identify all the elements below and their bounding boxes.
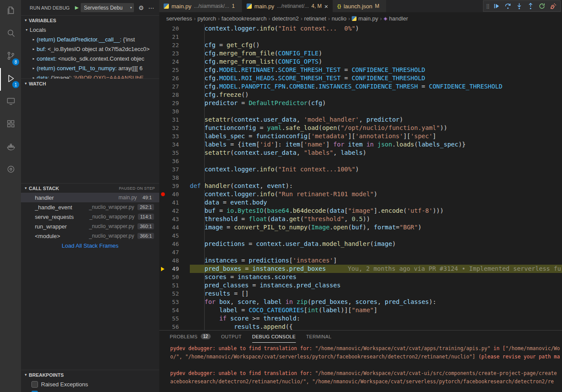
more-actions-icon[interactable]: ⋯: [148, 4, 154, 11]
code-line[interactable]: 30: [159, 107, 562, 116]
code-line[interactable]: 54 label = COCO_CATEGORIES[int(label)]["…: [159, 306, 562, 314]
editor-tab[interactable]: main.py.../retinanet/...4, M×: [242, 0, 333, 12]
gutter[interactable]: 55: [159, 314, 179, 323]
code-line[interactable]: 31 setattr(context.user_data, 'model_han…: [159, 116, 562, 124]
gutter[interactable]: 37: [159, 165, 179, 174]
breadcrumb-item[interactable]: serverless: [166, 15, 192, 22]
code-line[interactable]: 55 if score >= threshold:: [159, 314, 562, 323]
variable-row[interactable]: ▸(return) convert_PIL_to_numpy: array([[…: [21, 63, 159, 73]
gutter[interactable]: 56: [159, 323, 179, 330]
gutter[interactable]: 38: [159, 174, 179, 182]
checkbox[interactable]: [31, 381, 38, 388]
gutter[interactable]: 41: [159, 198, 179, 207]
code-line[interactable]: 27 cfg.MODEL.PANOPTIC_FPN.COMBINE.INSTAN…: [159, 82, 562, 91]
breakpoint-item[interactable]: ✓Uncaught Exceptions: [21, 389, 159, 392]
gutter[interactable]: 31: [159, 116, 179, 124]
variable-row[interactable]: ▸buf: <_io.BytesIO object at 0x7f5a2dc1e…: [21, 44, 159, 54]
code-line[interactable]: 22 cfg = get_cfg(): [159, 41, 562, 49]
code-line[interactable]: 47: [159, 248, 562, 256]
activity-explorer[interactable]: [0, 0, 21, 23]
step-over-button[interactable]: [502, 1, 514, 11]
code-line[interactable]: 34 labels = {item['id']: item['name'] fo…: [159, 140, 562, 149]
code-line[interactable]: 37 context.logger.info("Init context...1…: [159, 165, 562, 174]
breadcrumb-item[interactable]: retinanet: [304, 15, 326, 22]
code-line[interactable]: 33 labels_spec = functionconfig['metadat…: [159, 132, 562, 140]
gutter[interactable]: 29: [159, 99, 179, 107]
code-line[interactable]: 21: [159, 33, 562, 41]
gutter[interactable]: 39: [159, 182, 179, 190]
code-line[interactable]: 39def handler(context, event):: [159, 182, 562, 190]
variables-section-header[interactable]: ▾ VARIABLES: [21, 15, 159, 25]
continue-button[interactable]: [491, 1, 502, 11]
breakpoint-margin[interactable]: [159, 192, 166, 196]
breadcrumb-item[interactable]: main.py: [352, 15, 378, 22]
start-debugging-icon[interactable]: ▶: [75, 5, 79, 10]
panel-tab-output[interactable]: OUTPUT: [221, 331, 242, 343]
gutter[interactable]: 54: [159, 306, 179, 314]
gutter[interactable]: 27: [159, 82, 179, 91]
gutter[interactable]: 53: [159, 298, 179, 306]
breadcrumb-item[interactable]: nuclio: [332, 15, 346, 22]
gutter[interactable]: 22: [159, 41, 179, 49]
gutter[interactable]: 25: [159, 66, 179, 74]
activity-run-and-debug[interactable]: 1: [0, 68, 21, 91]
restart-button[interactable]: [536, 1, 548, 11]
gutter[interactable]: 45: [159, 232, 179, 240]
gutter[interactable]: 42: [159, 207, 179, 215]
gutter[interactable]: 34: [159, 140, 179, 149]
gutter[interactable]: 48: [159, 256, 179, 265]
code-line[interactable]: 44 image = convert_PIL_to_numpy(Image.op…: [159, 223, 562, 232]
variable-row[interactable]: ▸context: <nuclio_sdk.context.Context ob…: [21, 54, 159, 63]
breakpoint-item[interactable]: Raised Exceptions: [21, 379, 159, 389]
step-out-button[interactable]: [525, 1, 536, 11]
activity-extra-tool[interactable]: [0, 159, 21, 181]
code-line[interactable]: 38: [159, 174, 562, 182]
variable-row[interactable]: ▸data: {'image': 'iVBOR.OXG=AAAANSUhE: [21, 73, 159, 78]
code-line[interactable]: 35 setattr(context.user_data, "labels", …: [159, 149, 562, 157]
activity-source-control[interactable]: 8: [0, 45, 21, 68]
gutter[interactable]: 49: [159, 265, 179, 273]
code-line[interactable]: 42 buf = io.BytesIO(base64.b64decode(dat…: [159, 207, 562, 215]
code-line[interactable]: 46 predictions = context.user_data.model…: [159, 240, 562, 248]
gutter[interactable]: 36: [159, 157, 179, 165]
activity-remote-explorer[interactable]: [0, 91, 21, 113]
gutter[interactable]: 52: [159, 290, 179, 298]
gutter[interactable]: 21: [159, 33, 179, 41]
activity-docker[interactable]: [0, 136, 21, 159]
step-into-button[interactable]: [514, 1, 525, 11]
code-line[interactable]: 32 functionconfig = yaml.safe_load(open(…: [159, 124, 562, 132]
variables-scope-locals[interactable]: ▾ Locals: [21, 25, 159, 34]
code-line[interactable]: 45: [159, 232, 562, 240]
code-line[interactable]: 52 results = []: [159, 290, 562, 298]
code-line[interactable]: 51 pred_classes = instances.pred_classes: [159, 281, 562, 290]
code-editor[interactable]: 20 context.logger.info("Init context... …: [159, 24, 562, 330]
panel-tab-problems[interactable]: PROBLEMS12: [170, 331, 211, 343]
code-line[interactable]: 20 context.logger.info("Init context... …: [159, 24, 562, 33]
panel-tab-terminal[interactable]: TERMINAL: [306, 331, 332, 343]
activity-search[interactable]: [0, 23, 21, 45]
code-line[interactable]: 40 context.logger.info("Run retinanet-R1…: [159, 190, 562, 198]
checkbox[interactable]: ✓: [31, 391, 38, 392]
debug-config-select[interactable]: Serverless Debu ▾: [81, 3, 134, 12]
drag-handle-icon[interactable]: ⣿: [485, 3, 491, 9]
code-line[interactable]: 29 predictor = DefaultPredictor(cfg): [159, 99, 562, 107]
close-icon[interactable]: ×: [324, 3, 328, 10]
breakpoints-section-header[interactable]: ▾ BREAKPOINTS: [21, 370, 159, 379]
code-line[interactable]: 56 results.append({: [159, 323, 562, 330]
breakpoint-margin[interactable]: [159, 267, 166, 271]
code-line[interactable]: 50 scores = instances.scores: [159, 273, 562, 281]
disconnect-button[interactable]: [548, 1, 559, 11]
gutter[interactable]: 23: [159, 49, 179, 58]
gutter[interactable]: 35: [159, 149, 179, 157]
code-line[interactable]: 53 for box, score, label in zip(pred_box…: [159, 298, 562, 306]
call-stack-section-header[interactable]: ▾ CALL STACK PAUSED ON STEP: [21, 183, 159, 193]
gutter[interactable]: 40: [159, 190, 179, 198]
gutter[interactable]: 43: [159, 215, 179, 223]
stack-frame[interactable]: handlermain.py49:1: [21, 193, 159, 202]
code-line[interactable]: 49 pred_boxes = instances.pred_boxesYou,…: [159, 265, 562, 273]
gutter[interactable]: 46: [159, 240, 179, 248]
code-line[interactable]: 36: [159, 157, 562, 165]
stack-frame[interactable]: run_wrapper_nuclio_wrapper.py360:1: [21, 222, 159, 231]
editor-tab[interactable]: main.py.../siammask/...1: [159, 0, 242, 12]
code-line[interactable]: 26 cfg.MODEL.ROI_HEADS.SCORE_THRESH_TEST…: [159, 74, 562, 82]
